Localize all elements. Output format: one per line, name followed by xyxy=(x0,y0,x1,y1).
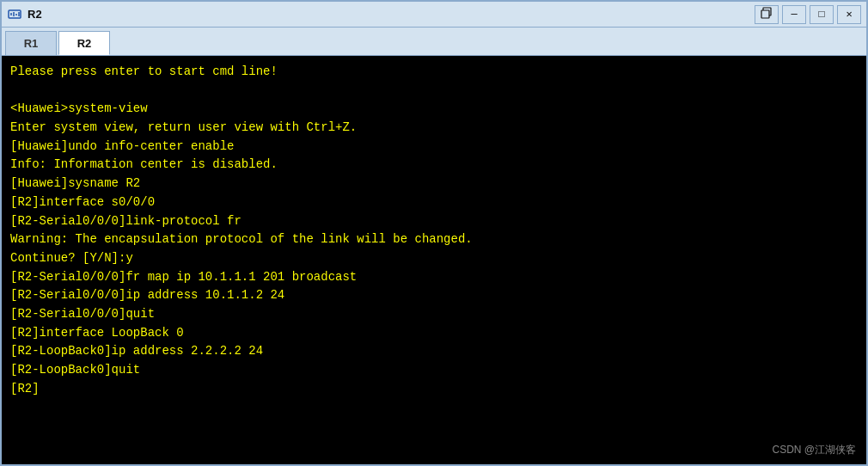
title-bar: R2 — □ ✕ xyxy=(2,2,866,28)
close-button[interactable]: ✕ xyxy=(837,5,861,24)
close-icon: ✕ xyxy=(846,8,852,21)
terminal-line: Info: Information center is disabled. xyxy=(10,156,858,175)
tab-r2-label: R2 xyxy=(77,37,92,50)
terminal-line: [R2-Serial0/0/0]fr map ip 10.1.1.1 201 b… xyxy=(10,268,858,287)
terminal-line: [Huawei]undo info-center enable xyxy=(10,138,858,156)
terminal-line: [R2]interface LoopBack 0 xyxy=(10,324,858,343)
main-window: R2 — □ ✕ R1 xyxy=(0,0,868,466)
terminal-line: Warning: The encapsulation protocol of t… xyxy=(10,230,858,249)
terminal-line: [R2]interface s0/0/0 xyxy=(10,193,858,212)
title-bar-left: R2 xyxy=(7,7,42,22)
svg-rect-6 xyxy=(761,10,769,18)
tab-r1[interactable]: R1 xyxy=(5,31,57,55)
terminal-line: [R2] xyxy=(10,380,858,399)
terminal-line: [R2-Serial0/0/0]ip address 10.1.1.2 24 xyxy=(10,286,858,305)
minimize-icon: — xyxy=(791,9,797,21)
maximize-icon: □ xyxy=(818,9,824,21)
title-bar-controls: — □ ✕ xyxy=(755,5,861,24)
tab-r2[interactable]: R2 xyxy=(58,31,110,55)
terminal-line: [R2-Serial0/0/0]quit xyxy=(10,305,858,324)
terminal-line: [Huawei]sysname R2 xyxy=(10,175,858,193)
terminal-line: <Huawei>system-view xyxy=(10,100,858,119)
app-icon xyxy=(7,7,22,22)
tab-r1-label: R1 xyxy=(24,37,39,50)
restore-icon xyxy=(761,7,773,22)
tab-bar: R1 R2 xyxy=(2,28,866,55)
terminal-line: [R2-LoopBack0]quit xyxy=(10,361,858,380)
minimize-button[interactable]: — xyxy=(782,5,806,24)
terminal-line-empty xyxy=(10,82,858,101)
maximize-button[interactable]: □ xyxy=(810,5,834,24)
watermark: CSDN @江湖侠客 xyxy=(772,443,856,457)
terminal-line: [R2-LoopBack0]ip address 2.2.2.2 24 xyxy=(10,342,858,361)
window-title: R2 xyxy=(28,8,42,21)
terminal-line: [R2-Serial0/0/0]link-protocol fr xyxy=(10,212,858,231)
terminal-line: Please press enter to start cmd line! xyxy=(10,63,858,82)
restore-button[interactable] xyxy=(755,5,779,24)
terminal-area[interactable]: Please press enter to start cmd line! <H… xyxy=(2,56,866,464)
terminal-line: Enter system view, return user view with… xyxy=(10,119,858,138)
terminal-line: Continue? [Y/N]:y xyxy=(10,249,858,268)
